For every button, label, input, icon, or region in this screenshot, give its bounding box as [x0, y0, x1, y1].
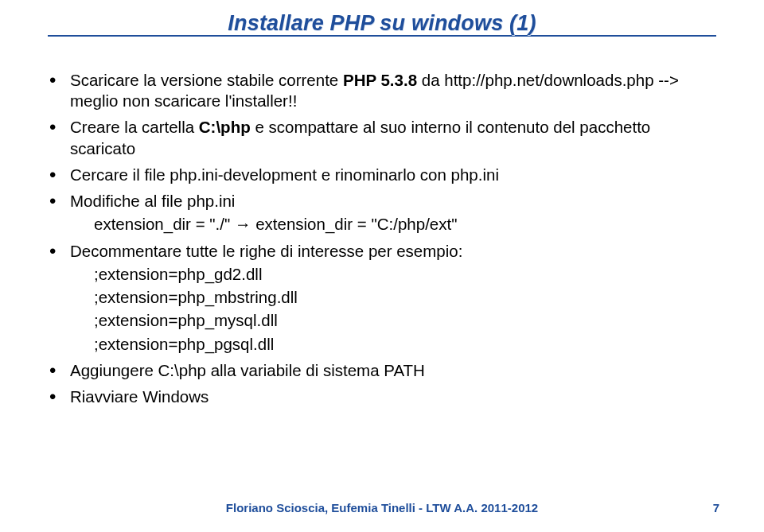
- page-number: 7: [713, 501, 719, 515]
- footer-text: Floriano Scioscia, Eufemia Tinelli - LTW…: [226, 501, 538, 515]
- bullet-item: Creare la cartella C:\php e scompattare …: [48, 117, 716, 158]
- bullet-text: Aggiungere C:\php alla variabile di sist…: [70, 361, 425, 379]
- bullet-text: Modifiche al file php.ini: [70, 192, 235, 210]
- slide-body: Scaricare la versione stabile corrente P…: [48, 70, 716, 407]
- bullet-list: Scaricare la versione stabile corrente P…: [48, 70, 716, 407]
- bullet-item: Aggiungere C:\php alla variabile di sist…: [48, 360, 716, 381]
- bullet-text: Riavviare Windows: [70, 387, 209, 406]
- bullet-item: Riavviare Windows: [48, 386, 716, 407]
- arrow-icon: →: [235, 215, 251, 233]
- slide-title: Installare PHP su windows (1) Installare…: [48, 0, 716, 33]
- slide: Installare PHP su windows (1) Installare…: [0, 0, 764, 532]
- bullet-subtext: extension_dir = "./" → extension_dir = "…: [70, 214, 716, 235]
- footer: Floriano Scioscia, Eufemia Tinelli - LTW…: [0, 501, 764, 515]
- bullet-item: Cercare il file php.ini-development e ri…: [48, 165, 716, 185]
- bullet-subtext: ;extension=php_mysql.dll: [70, 310, 716, 331]
- bullet-subtext: ;extension=php_mbstring.dll: [70, 287, 716, 308]
- bullet-text: Scaricare la versione stabile corrente P…: [70, 71, 679, 110]
- bullet-item: Modifiche al file php.iniextension_dir =…: [48, 191, 716, 235]
- bullet-item: Scaricare la versione stabile corrente P…: [48, 70, 716, 111]
- bullet-text: Cercare il file php.ini-development e ri…: [70, 165, 499, 184]
- slide-title-text: Installare PHP su windows (1): [48, 0, 716, 36]
- bullet-text: Creare la cartella C:\php e scompattare …: [70, 118, 650, 157]
- bullet-item: Decommentare tutte le righe di interesse…: [48, 241, 716, 355]
- bullet-subtext: ;extension=php_pgsql.dll: [70, 334, 716, 355]
- bullet-subtext: ;extension=php_gd2.dll: [70, 264, 716, 285]
- bullet-text: Decommentare tutte le righe di interesse…: [70, 242, 462, 260]
